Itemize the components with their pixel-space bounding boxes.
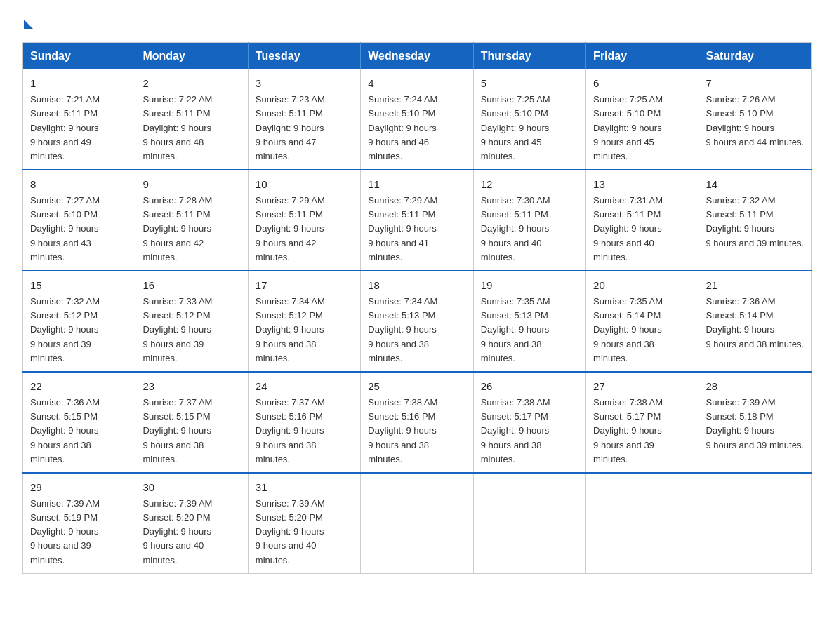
calendar-cell: 12Sunrise: 7:30 AMSunset: 5:11 PMDayligh… — [473, 170, 585, 271]
day-number: 20 — [593, 277, 691, 293]
day-info: Sunrise: 7:29 AMSunset: 5:11 PMDaylight:… — [368, 195, 437, 262]
day-info: Sunrise: 7:26 AMSunset: 5:10 PMDaylight:… — [706, 94, 804, 147]
day-number: 25 — [368, 378, 465, 394]
day-info: Sunrise: 7:32 AMSunset: 5:12 PMDaylight:… — [30, 296, 100, 363]
logo — [22, 17, 34, 28]
day-number: 30 — [143, 479, 240, 495]
header-thursday: Thursday — [473, 43, 585, 70]
calendar-cell: 24Sunrise: 7:37 AMSunset: 5:16 PMDayligh… — [248, 372, 360, 473]
day-info: Sunrise: 7:39 AMSunset: 5:18 PMDaylight:… — [706, 397, 804, 450]
day-info: Sunrise: 7:22 AMSunset: 5:11 PMDaylight:… — [143, 94, 212, 161]
calendar-cell: 3Sunrise: 7:23 AMSunset: 5:11 PMDaylight… — [248, 69, 360, 170]
day-number: 21 — [706, 277, 804, 293]
calendar-cell: 6Sunrise: 7:25 AMSunset: 5:10 PMDaylight… — [586, 69, 699, 170]
day-info: Sunrise: 7:28 AMSunset: 5:11 PMDaylight:… — [143, 195, 212, 262]
day-info: Sunrise: 7:38 AMSunset: 5:16 PMDaylight:… — [368, 397, 437, 464]
day-info: Sunrise: 7:30 AMSunset: 5:11 PMDaylight:… — [481, 195, 550, 262]
calendar-cell: 25Sunrise: 7:38 AMSunset: 5:16 PMDayligh… — [361, 372, 473, 473]
calendar-cell: 18Sunrise: 7:34 AMSunset: 5:13 PMDayligh… — [361, 271, 473, 372]
day-info: Sunrise: 7:33 AMSunset: 5:12 PMDaylight:… — [143, 296, 212, 363]
day-number: 14 — [706, 176, 804, 192]
week-row-3: 15Sunrise: 7:32 AMSunset: 5:12 PMDayligh… — [23, 271, 812, 372]
calendar-cell: 11Sunrise: 7:29 AMSunset: 5:11 PMDayligh… — [361, 170, 473, 271]
day-number: 10 — [256, 176, 353, 192]
day-number: 5 — [481, 75, 578, 91]
day-number: 13 — [593, 176, 691, 192]
calendar-cell: 27Sunrise: 7:38 AMSunset: 5:17 PMDayligh… — [586, 372, 699, 473]
day-number: 28 — [706, 378, 804, 394]
day-info: Sunrise: 7:25 AMSunset: 5:10 PMDaylight:… — [593, 94, 663, 161]
page-header — [22, 17, 812, 28]
day-info: Sunrise: 7:38 AMSunset: 5:17 PMDaylight:… — [481, 397, 550, 464]
calendar-cell: 10Sunrise: 7:29 AMSunset: 5:11 PMDayligh… — [248, 170, 360, 271]
calendar-cell: 8Sunrise: 7:27 AMSunset: 5:10 PMDaylight… — [23, 170, 135, 271]
day-number: 29 — [30, 479, 128, 495]
calendar-cell: 20Sunrise: 7:35 AMSunset: 5:14 PMDayligh… — [586, 271, 699, 372]
day-info: Sunrise: 7:24 AMSunset: 5:10 PMDaylight:… — [368, 94, 437, 161]
day-info: Sunrise: 7:35 AMSunset: 5:13 PMDaylight:… — [481, 296, 550, 363]
calendar-cell: 23Sunrise: 7:37 AMSunset: 5:15 PMDayligh… — [135, 372, 248, 473]
calendar-table: SundayMondayTuesdayWednesdayThursdayFrid… — [22, 42, 812, 574]
day-info: Sunrise: 7:34 AMSunset: 5:13 PMDaylight:… — [368, 296, 437, 363]
calendar-cell: 5Sunrise: 7:25 AMSunset: 5:10 PMDaylight… — [473, 69, 585, 170]
day-info: Sunrise: 7:37 AMSunset: 5:15 PMDaylight:… — [143, 397, 212, 464]
calendar-cell: 16Sunrise: 7:33 AMSunset: 5:12 PMDayligh… — [135, 271, 248, 372]
day-info: Sunrise: 7:39 AMSunset: 5:19 PMDaylight:… — [30, 498, 100, 565]
day-number: 8 — [30, 176, 128, 192]
calendar-cell — [473, 473, 585, 573]
day-number: 4 — [368, 75, 465, 91]
calendar-cell: 2Sunrise: 7:22 AMSunset: 5:11 PMDaylight… — [135, 69, 248, 170]
day-info: Sunrise: 7:31 AMSunset: 5:11 PMDaylight:… — [593, 195, 663, 262]
day-number: 12 — [481, 176, 578, 192]
calendar-cell: 26Sunrise: 7:38 AMSunset: 5:17 PMDayligh… — [473, 372, 585, 473]
day-info: Sunrise: 7:39 AMSunset: 5:20 PMDaylight:… — [143, 498, 212, 565]
day-info: Sunrise: 7:36 AMSunset: 5:14 PMDaylight:… — [706, 296, 804, 349]
header-sunday: Sunday — [23, 43, 135, 70]
calendar-cell: 31Sunrise: 7:39 AMSunset: 5:20 PMDayligh… — [248, 473, 360, 573]
header-wednesday: Wednesday — [361, 43, 473, 70]
day-number: 16 — [143, 277, 240, 293]
calendar-cell — [586, 473, 699, 573]
day-info: Sunrise: 7:36 AMSunset: 5:15 PMDaylight:… — [30, 397, 100, 464]
week-row-2: 8Sunrise: 7:27 AMSunset: 5:10 PMDaylight… — [23, 170, 812, 271]
day-info: Sunrise: 7:37 AMSunset: 5:16 PMDaylight:… — [256, 397, 325, 464]
day-info: Sunrise: 7:34 AMSunset: 5:12 PMDaylight:… — [256, 296, 325, 363]
day-number: 19 — [481, 277, 578, 293]
calendar-cell: 30Sunrise: 7:39 AMSunset: 5:20 PMDayligh… — [135, 473, 248, 573]
day-number: 7 — [706, 75, 804, 91]
week-row-5: 29Sunrise: 7:39 AMSunset: 5:19 PMDayligh… — [23, 473, 812, 573]
calendar-cell: 7Sunrise: 7:26 AMSunset: 5:10 PMDaylight… — [699, 69, 811, 170]
logo-triangle-icon — [24, 20, 34, 29]
day-number: 18 — [368, 277, 465, 293]
calendar-cell: 15Sunrise: 7:32 AMSunset: 5:12 PMDayligh… — [23, 271, 135, 372]
day-number: 24 — [256, 378, 353, 394]
day-info: Sunrise: 7:39 AMSunset: 5:20 PMDaylight:… — [256, 498, 325, 565]
calendar-cell: 13Sunrise: 7:31 AMSunset: 5:11 PMDayligh… — [586, 170, 699, 271]
day-number: 22 — [30, 378, 128, 394]
day-number: 3 — [256, 75, 353, 91]
day-number: 23 — [143, 378, 240, 394]
day-info: Sunrise: 7:27 AMSunset: 5:10 PMDaylight:… — [30, 195, 100, 262]
calendar-cell: 4Sunrise: 7:24 AMSunset: 5:10 PMDaylight… — [361, 69, 473, 170]
calendar-cell: 17Sunrise: 7:34 AMSunset: 5:12 PMDayligh… — [248, 271, 360, 372]
header-friday: Friday — [586, 43, 699, 70]
day-number: 2 — [143, 75, 240, 91]
day-number: 26 — [481, 378, 578, 394]
day-info: Sunrise: 7:21 AMSunset: 5:11 PMDaylight:… — [30, 94, 100, 161]
day-number: 1 — [30, 75, 128, 91]
calendar-cell: 22Sunrise: 7:36 AMSunset: 5:15 PMDayligh… — [23, 372, 135, 473]
day-number: 15 — [30, 277, 128, 293]
day-info: Sunrise: 7:23 AMSunset: 5:11 PMDaylight:… — [256, 94, 325, 161]
calendar-cell: 29Sunrise: 7:39 AMSunset: 5:19 PMDayligh… — [23, 473, 135, 573]
calendar-cell: 1Sunrise: 7:21 AMSunset: 5:11 PMDaylight… — [23, 69, 135, 170]
week-row-4: 22Sunrise: 7:36 AMSunset: 5:15 PMDayligh… — [23, 372, 812, 473]
day-info: Sunrise: 7:29 AMSunset: 5:11 PMDaylight:… — [256, 195, 325, 262]
day-number: 27 — [593, 378, 691, 394]
day-number: 17 — [256, 277, 353, 293]
calendar-cell: 19Sunrise: 7:35 AMSunset: 5:13 PMDayligh… — [473, 271, 585, 372]
calendar-cell — [699, 473, 811, 573]
calendar-cell — [361, 473, 473, 573]
day-info: Sunrise: 7:38 AMSunset: 5:17 PMDaylight:… — [593, 397, 663, 464]
day-number: 9 — [143, 176, 240, 192]
day-number: 11 — [368, 176, 465, 192]
